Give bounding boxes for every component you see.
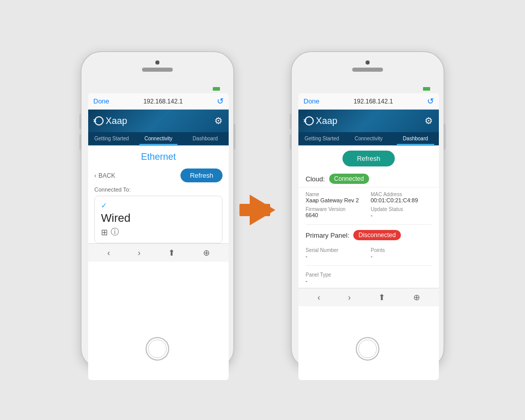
gear-icon-1[interactable]: ⚙: [214, 115, 223, 127]
points-value: -: [371, 253, 432, 259]
back-chevron: ‹: [94, 172, 96, 179]
tab-dashboard-1[interactable]: Dashboard: [182, 132, 229, 145]
points-cell: Points -: [371, 247, 432, 259]
wired-icons-row: ⊞ ⓘ: [101, 227, 216, 238]
bottom-bar-1: ‹ › ⬆ ⊕: [88, 243, 229, 262]
back-label: BACK: [98, 172, 115, 179]
primary-panel-label: Primary Panel:: [306, 232, 349, 239]
url-bar-2[interactable]: 192.168.142.1: [354, 98, 393, 105]
screen1-content: Ethernet ‹ BACK Refresh Connected To: ✓ …: [88, 145, 229, 243]
side-button-3: [290, 114, 292, 129]
refresh-button-2[interactable]: Refresh: [342, 151, 395, 166]
tab-dashboard-2[interactable]: Dashboard: [392, 132, 439, 145]
back-nav-icon-1[interactable]: ‹: [107, 248, 110, 258]
xaap-name: Xaap: [106, 116, 127, 127]
ethernet-title: Ethernet: [88, 145, 229, 166]
battery-indicator-2: [423, 87, 430, 91]
wired-check-row: ✓: [101, 201, 216, 209]
panel-type-cell: Panel Type -: [306, 272, 367, 284]
side-button-2: [79, 134, 82, 150]
back-refresh-row: ‹ BACK Refresh: [88, 166, 229, 186]
browser-refresh-icon-2[interactable]: ↺: [427, 96, 434, 106]
browser-bar-1: Done 192.168.142.1 ↺: [88, 93, 229, 110]
share-icon-2[interactable]: ⬆: [378, 292, 385, 302]
xaap-logo-2: ✕ Xaap: [305, 116, 337, 127]
mac-value: 00:01:C0:21:C4:89: [371, 197, 432, 203]
arrow-container: [250, 195, 275, 225]
url-bar-1[interactable]: 192.168.142.1: [144, 98, 183, 105]
xaap-circle-icon: ✕: [94, 116, 104, 125]
home-button-inner-1: [148, 340, 167, 358]
firmware-label: Firmware Version: [306, 206, 367, 212]
wired-label: Wired: [101, 212, 216, 225]
primary-panel-badge: Disconnected: [353, 230, 401, 240]
tab-getting-started-2[interactable]: Getting Started: [298, 132, 345, 145]
forward-nav-icon-2[interactable]: ›: [348, 293, 351, 302]
side-button-4: [290, 134, 292, 150]
cloud-status-badge: Connected: [329, 174, 369, 184]
speaker: [142, 68, 173, 72]
panel-type-grid: Panel Type -: [298, 268, 439, 288]
phone-2: Done 192.168.142.1 ↺ ✕ Xaap ⚙ Getting St…: [291, 51, 445, 369]
gear-icon-2[interactable]: ⚙: [425, 115, 433, 127]
screen2-content: Refresh Cloud: Connected Name Xaap Gatew…: [298, 145, 439, 288]
browser-bar-2: Done 192.168.142.1 ↺: [298, 93, 439, 110]
name-value: Xaap Gateway Rev 2: [306, 197, 367, 203]
forward-nav-icon-1[interactable]: ›: [138, 248, 140, 258]
mac-cell: MAC Address 00:01:C0:21:C4:89: [371, 192, 432, 203]
check-icon: ✓: [101, 201, 107, 209]
connected-to-label: Connected To:: [88, 186, 229, 196]
name-label: Name: [306, 192, 367, 197]
cloud-row: Cloud: Connected: [298, 171, 439, 187]
serial-value: -: [306, 253, 367, 259]
battery-indicator: [213, 87, 220, 91]
side-button-right: [233, 124, 235, 150]
phone-1: Done 192.168.142.1 ↺ ✕ Xaap ⚙ Getting St…: [80, 51, 234, 369]
front-camera: [155, 60, 159, 65]
done-button-1[interactable]: Done: [93, 97, 109, 105]
panel-info-grid: Serial Number - Points -: [298, 243, 439, 263]
home-button-2[interactable]: [356, 337, 379, 361]
refresh-button-1[interactable]: Refresh: [180, 169, 223, 182]
panel-type-label: Panel Type: [306, 272, 367, 278]
tab-connectivity-2[interactable]: Connectivity: [345, 132, 392, 145]
update-cell: Update Status -: [371, 206, 432, 218]
back-button[interactable]: ‹ BACK: [94, 172, 115, 179]
divider-1: [306, 224, 432, 225]
xaap-name-2: Xaap: [316, 116, 337, 127]
serial-cell: Serial Number -: [306, 247, 367, 259]
tab-getting-started-1[interactable]: Getting Started: [88, 132, 135, 145]
points-label: Points: [371, 247, 432, 253]
nav-tabs-1: Getting Started Connectivity Dashboard: [88, 132, 229, 145]
share-icon-1[interactable]: ⬆: [168, 248, 175, 258]
network-icon: ⊞: [101, 227, 108, 237]
home-button-1[interactable]: [146, 337, 169, 361]
update-label: Update Status: [371, 206, 432, 212]
wired-card: ✓ Wired ⊞ ⓘ: [94, 196, 223, 243]
nav-tabs-2: Getting Started Connectivity Dashboard: [298, 132, 439, 145]
compass-icon-1[interactable]: ⊕: [203, 248, 210, 258]
tab-connectivity-1[interactable]: Connectivity: [135, 132, 181, 145]
front-camera-2: [366, 60, 370, 65]
app-header-1: ✕ Xaap ⚙: [88, 110, 229, 132]
browser-refresh-icon-1[interactable]: ↺: [217, 96, 224, 106]
device-info-grid: Name Xaap Gateway Rev 2 MAC Address 00:0…: [298, 187, 439, 222]
xaap-x-letter: ✕: [93, 118, 97, 123]
divider-2: [306, 265, 432, 266]
speaker-2: [352, 68, 383, 72]
compass-icon-2[interactable]: ⊕: [413, 292, 420, 302]
info-icon[interactable]: ⓘ: [111, 227, 119, 238]
panel-type-value: -: [306, 278, 367, 284]
back-nav-icon-2[interactable]: ‹: [317, 293, 320, 302]
done-button-2[interactable]: Done: [304, 97, 319, 105]
scene: Done 192.168.142.1 ↺ ✕ Xaap ⚙ Getting St…: [70, 41, 455, 379]
cloud-label: Cloud:: [306, 175, 325, 183]
xaap-logo-1: ✕ Xaap: [94, 116, 127, 127]
name-cell: Name Xaap Gateway Rev 2: [306, 192, 367, 203]
app-header-2: ✕ Xaap ⚙: [298, 110, 439, 132]
serial-label: Serial Number: [306, 247, 367, 253]
transition-arrow: [250, 195, 275, 225]
home-button-inner-2: [358, 340, 377, 358]
side-button-1: [79, 114, 82, 129]
phone-top-2: [292, 60, 443, 72]
